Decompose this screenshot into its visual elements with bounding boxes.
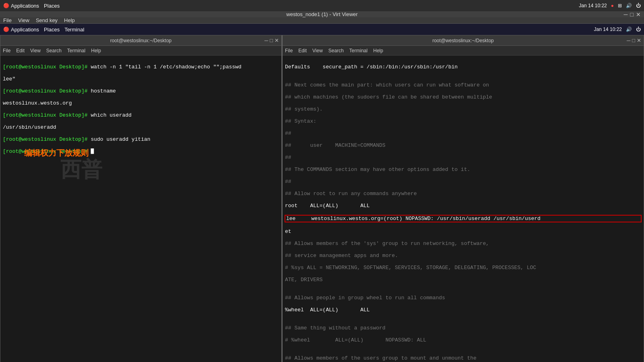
tr-line-5: ## systems). xyxy=(285,106,641,112)
tl-menu-view[interactable]: View xyxy=(30,48,41,53)
tr-maximize-icon[interactable]: □ xyxy=(632,37,635,43)
menu-help[interactable]: Help xyxy=(64,17,75,23)
tr-line-19: ATE, DRIVERS xyxy=(285,277,641,283)
tr-line-4: ## which machines (the sudoers file can … xyxy=(285,94,641,100)
tr-line-9: ## xyxy=(285,154,641,160)
tr-line-highlighted: lee westoslinux.westos.org=(root) NOPASS… xyxy=(285,215,642,222)
tl-menu-file[interactable]: File xyxy=(3,48,10,53)
power-icon[interactable]: ⏻ xyxy=(636,3,641,8)
system-bar-left: 🔴 Applications Places xyxy=(3,3,60,9)
tl-menu-search[interactable]: Search xyxy=(46,48,62,53)
minimize-icon[interactable]: ─ xyxy=(624,11,628,18)
tr-line-22: %wheel ALL=(ALL) ALL xyxy=(285,307,641,313)
terminal-left-content[interactable]: [root@westoslinux Desktop]# watch -n 1 "… xyxy=(0,56,281,362)
guest-power-icon[interactable]: ⏻ xyxy=(636,27,641,32)
tl-line-4: westoslinux.westos.org xyxy=(3,100,279,106)
tr-menu-edit[interactable]: Edit xyxy=(298,48,307,53)
virt-viewer-titlebar: westos_node1 (1) - Virt Viewer ─ □ ✕ xyxy=(0,11,644,17)
menu-view[interactable]: View xyxy=(18,17,29,23)
system-datetime: Jan 14 10:22 xyxy=(579,3,607,8)
guest-applications[interactable]: Applications xyxy=(11,27,39,33)
system-applications[interactable]: Applications xyxy=(11,3,39,9)
guest-datetime: Jan 14 10:22 xyxy=(594,27,622,32)
tl-close-icon[interactable]: ✕ xyxy=(275,37,279,43)
guest-display: 🔴 Applications Places Terminal Jan 14 10… xyxy=(0,24,644,362)
tr-line-27: ## Allows members of the users group to … xyxy=(285,355,641,361)
virt-viewer-window: westos_node1 (1) - Virt Viewer ─ □ ✕ Fil… xyxy=(0,11,644,362)
guest-terminal-menu[interactable]: Terminal xyxy=(64,27,84,33)
terminal-left-titlebar: root@westoslinux:~/Desktop ─ □ ✕ xyxy=(0,35,281,46)
tl-line-1: [root@westoslinux Desktop]# watch -n 1 "… xyxy=(3,64,279,70)
tl-menu-help[interactable]: Help xyxy=(91,48,101,53)
tr-line-21: ## Allows people in group wheel to run a… xyxy=(285,295,641,301)
tr-line-15: et xyxy=(285,228,641,234)
guest-places[interactable]: Places xyxy=(44,27,60,33)
tr-menu-terminal[interactable]: Terminal xyxy=(349,48,367,53)
tl-line-5: [root@westoslinux Desktop]# which userad… xyxy=(3,112,279,118)
terminal-right-menubar: File Edit View Search Terminal Help xyxy=(283,46,644,56)
guest-topbar: 🔴 Applications Places Terminal Jan 14 10… xyxy=(0,24,644,35)
terminal-left: root@westoslinux:~/Desktop ─ □ ✕ File Ed… xyxy=(0,35,282,362)
tr-menu-help[interactable]: Help xyxy=(373,48,383,53)
terminal-right: root@westoslinux:~/Desktop ─ □ ✕ File Ed… xyxy=(282,35,644,362)
terminal-right-controls: ─ □ ✕ xyxy=(627,37,641,43)
system-bar-right: Jan 14 10:22 ● ⊞ 🔊 ⏻ xyxy=(579,3,641,8)
tr-line-24: ## Same thing without a password xyxy=(285,325,641,331)
tl-minimize-icon[interactable]: ─ xyxy=(264,37,268,43)
terminal-left-menubar: File Edit View Search Terminal Help xyxy=(0,46,281,56)
tl-maximize-icon[interactable]: □ xyxy=(270,37,273,43)
menu-file[interactable]: File xyxy=(3,17,12,23)
tr-menu-view[interactable]: View xyxy=(312,48,323,53)
tl-menu-terminal[interactable]: Terminal xyxy=(67,48,85,53)
tr-line-17: ## service management apps and more. xyxy=(285,253,641,259)
tr-line-18: # %sys ALL = NETWORKING, SOFTWARE, SERVI… xyxy=(285,265,641,271)
maximize-icon[interactable]: □ xyxy=(630,11,634,18)
tr-line-8: ## user MACHINE=COMMANDS xyxy=(285,142,641,148)
tl-line-7: [root@westoslinux Desktop]# sudo useradd… xyxy=(3,136,279,142)
system-places[interactable]: Places xyxy=(44,3,60,9)
terminal-right-title: root@westoslinux:~/Desktop xyxy=(432,38,494,43)
applications-icon: 🔴 xyxy=(3,3,9,8)
tl-menu-edit[interactable]: Edit xyxy=(16,48,25,53)
system-bar: 🔴 Applications Places Jan 14 10:22 ● ⊞ 🔊… xyxy=(0,0,644,11)
virt-viewer-menubar: File View Send key Help xyxy=(0,17,644,24)
terminal-left-controls: ─ □ ✕ xyxy=(264,37,279,43)
guest-topbar-right: Jan 14 10:22 🔊 ⏻ xyxy=(594,27,641,32)
volume-icon: 🔊 xyxy=(626,3,632,8)
tr-line-13: root ALL=(ALL) ALL xyxy=(285,203,641,209)
guest-topbar-left: 🔴 Applications Places Terminal xyxy=(3,27,84,33)
tr-line-1: Defaults secure_path = /sbin:/bin:/usr/s… xyxy=(285,64,641,70)
tr-line-7: ## xyxy=(285,130,641,136)
tr-line-12: ## Allow root to run any commands anywhe… xyxy=(285,191,641,197)
tr-menu-search[interactable]: Search xyxy=(328,48,344,53)
tl-line-2: lee" xyxy=(3,76,279,82)
tr-line-3: ## Next comes the main part: which users… xyxy=(285,82,641,88)
tr-line-11: ## xyxy=(285,179,641,185)
terminal-right-titlebar: root@westoslinux:~/Desktop ─ □ ✕ xyxy=(283,35,644,46)
guest-app-icon: 🔴 xyxy=(3,27,9,32)
tr-menu-file[interactable]: File xyxy=(285,48,293,53)
virt-viewer-title: westos_node1 (1) - Virt Viewer xyxy=(286,11,357,17)
tr-line-6: ## Syntax: xyxy=(285,118,641,124)
tl-line-8: [root@westoslinux Desktop]# █ xyxy=(3,148,279,154)
terminal-right-content[interactable]: Defaults secure_path = /sbin:/bin:/usr/s… xyxy=(283,56,644,362)
tr-line-16: ## Allows members of the 'sys' group to … xyxy=(285,241,641,247)
tr-minimize-icon[interactable]: ─ xyxy=(627,37,630,43)
tl-line-3: [root@westoslinux Desktop]# hostname xyxy=(3,88,279,94)
terminals-area: root@westoslinux:~/Desktop ─ □ ✕ File Ed… xyxy=(0,35,644,362)
tl-line-6: /usr/sbin/useradd xyxy=(3,124,279,130)
virt-viewer-controls: ─ □ ✕ xyxy=(624,11,641,18)
tr-line-25: # %wheel ALL=(ALL) NOPASSWD: ALL xyxy=(285,337,641,343)
network-icon: ⊞ xyxy=(618,3,622,8)
close-icon[interactable]: ✕ xyxy=(636,11,641,18)
tr-line-10: ## The COMMANDS section may have other o… xyxy=(285,167,641,173)
tr-close-icon[interactable]: ✕ xyxy=(637,37,641,43)
guest-volume-icon: 🔊 xyxy=(626,27,632,32)
terminal-left-title: root@westoslinux:~/Desktop xyxy=(110,38,172,43)
record-dot: ● xyxy=(611,3,614,8)
menu-send-key[interactable]: Send key xyxy=(36,17,58,23)
